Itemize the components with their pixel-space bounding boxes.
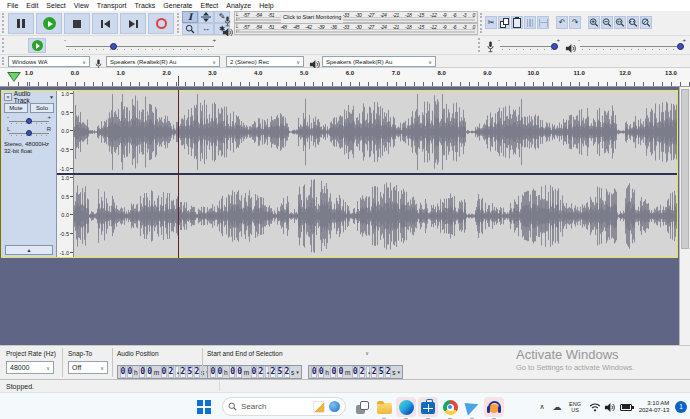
menu-item[interactable]: Tracks — [131, 2, 160, 9]
selection-start-display[interactable]: 00h00m02.252s▾ — [207, 365, 302, 379]
zoom-toggle-button[interactable] — [640, 16, 652, 29]
chevron-down-icon[interactable]: ∨ — [365, 350, 369, 360]
track-area[interactable]: × Audio Track ▼ Mute Solo - + L R — [0, 87, 690, 345]
timeline-pin-icon[interactable] — [7, 72, 21, 82]
track-close-button[interactable]: × — [4, 93, 12, 101]
menu-item[interactable]: View — [70, 2, 93, 9]
chrome-button[interactable] — [440, 397, 460, 417]
activate-windows-hint: Go to Settings to activate Windows. — [516, 363, 634, 372]
track-control-panel[interactable]: × Audio Track ▼ Mute Solo - + L R — [2, 91, 57, 257]
vertical-scale-left-channel[interactable]: 1.00.50.0-0.5-1.0 — [57, 91, 74, 173]
file-explorer-button[interactable] — [374, 397, 394, 417]
play-at-speed-button[interactable] — [28, 38, 46, 53]
cut-button[interactable]: ✂ — [485, 16, 497, 29]
toolbar-grabber[interactable] — [478, 38, 482, 52]
onedrive-tray-button[interactable]: ☁ — [550, 397, 564, 417]
selection-tool-button[interactable]: I — [182, 11, 198, 23]
fit-project-button[interactable] — [627, 16, 639, 29]
tray-expand-button[interactable]: ∧ — [536, 397, 548, 417]
language-indicator[interactable]: ENGUS — [566, 397, 584, 417]
notification-center-button[interactable]: 1 — [674, 397, 688, 417]
taskbar-search[interactable]: Search — [222, 397, 346, 416]
tray-time: 3:10 AM — [647, 400, 669, 406]
wifi-tray-button[interactable] — [588, 397, 601, 417]
vertical-scrollbar-thumb[interactable] — [681, 89, 689, 249]
paste-button[interactable] — [511, 16, 523, 29]
vertical-scrollbar[interactable] — [679, 87, 690, 345]
play-speed-slider-thumb[interactable] — [110, 43, 117, 50]
battery-tray-button[interactable] — [618, 397, 634, 417]
timeshift-tool-button[interactable]: ↔ — [198, 23, 214, 35]
gain-slider[interactable]: - + — [6, 114, 52, 126]
skip-to-start-button[interactable] — [92, 13, 118, 34]
meter-monitoring-hint[interactable]: Click to Start Monitoring — [281, 12, 343, 23]
edge-button[interactable] — [396, 397, 416, 417]
envelope-tool-button[interactable] — [198, 11, 214, 23]
record-button[interactable] — [148, 13, 174, 34]
vertical-scale-right-channel[interactable]: 1.00.50.0-0.5-1.0 — [57, 175, 74, 257]
playback-meter-bars — [237, 29, 475, 33]
zoom-out-button[interactable] — [601, 16, 613, 29]
solo-button[interactable]: Solo — [30, 103, 54, 113]
undo-button[interactable]: ↶ — [556, 16, 568, 29]
mute-button[interactable]: Mute — [4, 103, 28, 113]
pan-slider-thumb[interactable] — [26, 130, 32, 136]
snap-to-dropdown[interactable]: Off ∨ — [68, 361, 108, 374]
start-button[interactable] — [194, 397, 214, 417]
pause-button[interactable] — [8, 13, 34, 34]
audio-host-dropdown[interactable]: Windows WA∨ — [8, 56, 90, 67]
silence-audio-button[interactable] — [537, 16, 549, 29]
menu-item[interactable]: File — [3, 2, 22, 9]
fit-selection-button[interactable] — [614, 16, 626, 29]
recording-volume-slider[interactable]: -+ — [498, 37, 560, 52]
trim-audio-button[interactable] — [524, 16, 536, 29]
clock-tray-button[interactable]: 3:10 AM2024-07-13 — [636, 397, 672, 417]
gain-slider-thumb[interactable] — [26, 118, 32, 124]
project-rate-dropdown[interactable]: 48000 ∨ — [6, 361, 54, 374]
waveform-canvas-left[interactable] — [74, 91, 677, 173]
waveform-left-channel[interactable] — [74, 91, 677, 173]
recording-device-dropdown[interactable]: Speakers (Realtek(R) Au∨ — [106, 56, 220, 67]
play-button[interactable] — [36, 13, 62, 34]
toolbar-grabber[interactable] — [2, 57, 6, 65]
copy-button[interactable] — [498, 16, 510, 29]
zoom-tool-button[interactable] — [182, 23, 198, 35]
menu-item[interactable]: Edit — [22, 2, 42, 9]
selection-end-display[interactable]: 00h00m02.252s▾ — [308, 365, 403, 379]
menu-item[interactable]: Effect — [197, 2, 223, 9]
menu-item[interactable]: Help — [255, 2, 277, 9]
zoom-in-button[interactable] — [588, 16, 600, 29]
toolbar-grabber[interactable] — [177, 13, 181, 33]
menu-item[interactable]: Generate — [159, 2, 196, 9]
playback-device-dropdown[interactable]: Speakers (Realtek(R) Au∨ — [322, 56, 436, 67]
volume-tray-button[interactable] — [603, 397, 616, 417]
track-header[interactable]: × Audio Track ▼ — [2, 92, 56, 102]
timeline-ruler[interactable]: 1.00.01.02.03.04.05.06.07.08.09.010.011.… — [0, 68, 690, 87]
blue-app-button[interactable] — [462, 397, 482, 417]
recording-channels-dropdown[interactable]: 2 (Stereo) Rec∨ — [226, 56, 304, 67]
menu-item[interactable]: Analyze — [222, 2, 255, 9]
audacity-taskbar-button[interactable] — [484, 397, 504, 417]
skip-to-end-button[interactable] — [120, 13, 146, 34]
playback-volume-thumb[interactable] — [677, 43, 684, 50]
microsoft-store-button[interactable] — [418, 397, 438, 417]
stop-button[interactable] — [64, 13, 90, 34]
playback-volume-slider[interactable]: -+ — [578, 37, 686, 52]
toolbar-grabber[interactable] — [2, 38, 6, 52]
recording-meter[interactable]: LR -57-54-51-48-45-42-39-36-33-30-27-24-… — [234, 11, 478, 23]
menu-item[interactable]: Select — [42, 2, 69, 9]
pan-slider[interactable]: L R — [6, 126, 52, 138]
recording-volume-thumb[interactable] — [551, 43, 558, 50]
waveform-canvas-right[interactable] — [74, 175, 677, 257]
audio-position-display[interactable]: 00h00m02.252s▾ — [117, 365, 212, 379]
waveform-right-channel[interactable] — [74, 175, 677, 257]
toolbar-grabber[interactable] — [480, 13, 484, 33]
play-speed-slider[interactable]: -+ — [64, 37, 216, 52]
track-collapse-button[interactable]: ▲ — [5, 245, 53, 255]
redo-button[interactable]: ↷ — [569, 16, 581, 29]
windows-logo-icon — [197, 400, 212, 415]
task-view-button[interactable] — [352, 397, 372, 417]
playback-meter[interactable]: LR -57-54-51-48-45-42-39-36-33-30-27-24-… — [234, 23, 478, 35]
menu-item[interactable]: Transport — [93, 2, 131, 9]
toolbar-grabber[interactable] — [2, 13, 6, 33]
